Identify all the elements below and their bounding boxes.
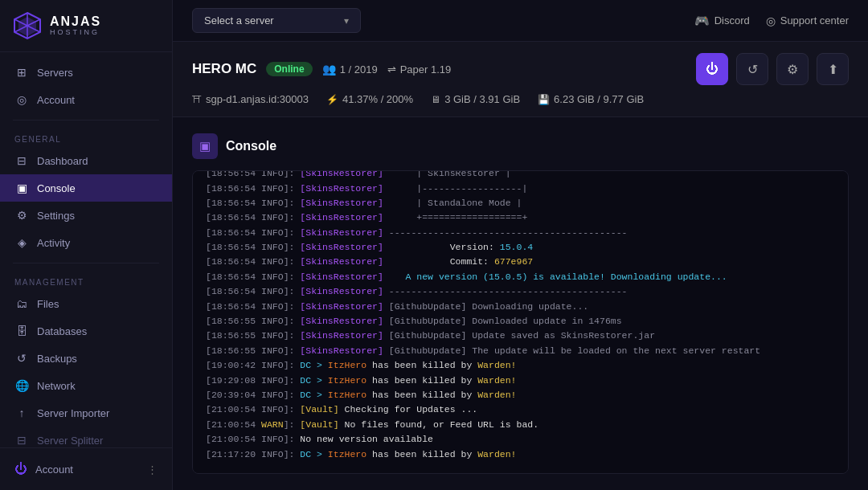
discord-icon: 🎮 bbox=[694, 14, 710, 28]
cpu-value: 41.37% / 200% bbox=[342, 93, 413, 105]
sidebar-backups-label: Backups bbox=[37, 353, 77, 365]
support-label: Support center bbox=[780, 14, 849, 27]
servers-icon: ⊞ bbox=[14, 66, 29, 79]
more-icon: ⋮ bbox=[147, 463, 158, 476]
logo-icon bbox=[13, 11, 42, 40]
console-output[interactable]: [18:20:56 INFO]: DC > ItzHero has been k… bbox=[192, 170, 849, 474]
discord-link[interactable]: 🎮 Discord bbox=[694, 14, 750, 28]
server-stat-cpu: ⚡ 41.37% / 200% bbox=[326, 93, 413, 105]
status-badge: Online bbox=[266, 62, 312, 76]
sidebar-item-dashboard[interactable]: ⊟ Dashboard bbox=[0, 147, 172, 174]
sidebar-importer-label: Server Importer bbox=[37, 407, 109, 419]
ram-value: 3 GiB / 3.91 GiB bbox=[444, 93, 520, 105]
disk-value: 6.23 GiB / 9.77 GiB bbox=[554, 93, 644, 105]
console-icon: ▣ bbox=[14, 182, 29, 194]
sidebar-files-label: Files bbox=[37, 298, 59, 310]
settings-icon: ⚙ bbox=[14, 209, 29, 222]
support-link[interactable]: ◎ Support center bbox=[766, 14, 849, 27]
management-section-label: MANAGEMENT bbox=[0, 270, 172, 290]
disk-icon: 💾 bbox=[538, 94, 550, 105]
chevron-down-icon: ▾ bbox=[344, 15, 349, 27]
version-value: Paper 1.19 bbox=[400, 63, 452, 76]
sidebar-account-top-label: Account bbox=[37, 94, 75, 106]
address-value: sgp-d1.anjas.id:30003 bbox=[206, 93, 309, 105]
address-icon: ⛩ bbox=[192, 94, 202, 105]
sidebar-console-label: Console bbox=[37, 182, 76, 194]
importer-icon: ↑ bbox=[14, 406, 29, 419]
ram-icon: 🖥 bbox=[431, 94, 440, 105]
settings-button[interactable]: ⚙ bbox=[776, 53, 809, 85]
backups-icon: ↺ bbox=[14, 352, 29, 365]
cpu-icon: ⚡ bbox=[326, 94, 338, 105]
sidebar-item-account-top[interactable]: ◎ Account bbox=[0, 86, 172, 113]
general-section-label: GENERAL bbox=[0, 127, 172, 147]
sidebar-network-label: Network bbox=[37, 380, 76, 392]
console-icon-symbol: ▣ bbox=[199, 139, 211, 153]
sidebar-settings-label: Settings bbox=[37, 210, 75, 222]
databases-icon: 🗄 bbox=[14, 325, 29, 337]
server-stat-disk: 💾 6.23 GiB / 9.77 GiB bbox=[538, 93, 644, 105]
files-icon: 🗂 bbox=[14, 297, 29, 310]
support-icon: ◎ bbox=[766, 14, 776, 27]
server-select-dropdown[interactable]: Select a server ▾ bbox=[192, 8, 361, 33]
logo-sub: HOSTING bbox=[50, 29, 101, 37]
sidebar-dashboard-label: Dashboard bbox=[37, 155, 88, 167]
sidebar-servers-label: Servers bbox=[37, 67, 73, 79]
console-section: ▣ Console [18:20:56 INFO]: DC > ItzHero … bbox=[173, 117, 868, 490]
sidebar-nav: ⊞ Servers ◎ Account GENERAL ⊟ Dashboard … bbox=[0, 52, 172, 447]
upload-icon: ⬆ bbox=[828, 62, 838, 77]
server-stat-version: ⇌ Paper 1.19 bbox=[387, 63, 452, 76]
server-stat-address: ⛩ sgp-d1.anjas.id:30003 bbox=[192, 93, 309, 105]
sidebar-activity-label: Activity bbox=[37, 237, 70, 249]
sidebar-splitter-label: Server Splitter bbox=[37, 435, 103, 447]
sidebar: ANJAS HOSTING ⊞ Servers ◎ Account GENERA… bbox=[0, 0, 173, 490]
sidebar-item-console[interactable]: ▣ Console bbox=[0, 174, 172, 202]
console-section-icon: ▣ bbox=[192, 133, 218, 159]
sidebar-item-settings[interactable]: ⚙ Settings bbox=[0, 202, 172, 229]
dashboard-icon: ⊟ bbox=[14, 154, 29, 167]
sidebar-databases-label: Databases bbox=[37, 325, 87, 337]
sidebar-item-databases[interactable]: 🗄 Databases bbox=[0, 317, 172, 345]
server-info-bar: HERO MC Online 👥 1 / 2019 ⇌ Paper 1.19 ⏻… bbox=[173, 42, 868, 117]
sidebar-item-backups[interactable]: ↺ Backups bbox=[0, 345, 172, 372]
sidebar-item-server-splitter[interactable]: ⊟ Server Splitter bbox=[0, 427, 172, 447]
account-top-icon: ◎ bbox=[14, 93, 29, 106]
server-stats-row: ⛩ sgp-d1.anjas.id:30003 ⚡ 41.37% / 200% … bbox=[192, 93, 849, 105]
sidebar-divider-2 bbox=[13, 263, 159, 263]
sidebar-item-files[interactable]: 🗂 Files bbox=[0, 290, 172, 317]
power-btn-icon: ⏻ bbox=[706, 62, 719, 76]
server-stat-ram: 🖥 3 GiB / 3.91 GiB bbox=[431, 93, 520, 105]
logo-name: ANJAS bbox=[50, 14, 101, 29]
logo-area: ANJAS HOSTING bbox=[0, 0, 172, 52]
topbar-right: 🎮 Discord ◎ Support center bbox=[694, 14, 849, 28]
server-stat-players: 👥 1 / 2019 bbox=[322, 63, 378, 76]
sidebar-item-servers[interactable]: ⊞ Servers bbox=[0, 59, 172, 86]
server-info-top: HERO MC Online 👥 1 / 2019 ⇌ Paper 1.19 ⏻… bbox=[192, 53, 849, 85]
power-action-button[interactable]: ⏻ bbox=[696, 53, 728, 85]
players-icon: 👥 bbox=[322, 63, 336, 76]
restart-icon: ↺ bbox=[747, 62, 758, 77]
sidebar-bottom: ⏻ Account ⋮ bbox=[0, 447, 172, 490]
server-title-area: HERO MC Online 👥 1 / 2019 ⇌ Paper 1.19 bbox=[192, 61, 451, 77]
upload-button[interactable]: ⬆ bbox=[817, 53, 849, 85]
main-content: Select a server ▾ 🎮 Discord ◎ Support ce… bbox=[173, 0, 868, 490]
sidebar-bottom-account[interactable]: ⏻ Account ⋮ bbox=[0, 455, 172, 484]
sidebar-item-activity[interactable]: ◈ Activity bbox=[0, 229, 172, 256]
topbar: Select a server ▾ 🎮 Discord ◎ Support ce… bbox=[173, 0, 868, 42]
restart-button[interactable]: ↺ bbox=[736, 53, 768, 85]
section-header: ▣ Console bbox=[192, 133, 849, 159]
server-select-label: Select a server bbox=[204, 14, 274, 27]
sidebar-divider-1 bbox=[13, 120, 159, 120]
sidebar-item-server-importer[interactable]: ↑ Server Importer bbox=[0, 399, 172, 427]
power-icon: ⏻ bbox=[14, 462, 27, 476]
network-icon: 🌐 bbox=[14, 379, 29, 392]
console-section-title: Console bbox=[226, 139, 276, 153]
gear-icon: ⚙ bbox=[787, 62, 798, 77]
sidebar-account-label: Account bbox=[35, 463, 73, 476]
logo-text: ANJAS HOSTING bbox=[50, 14, 101, 36]
sidebar-item-network[interactable]: 🌐 Network bbox=[0, 372, 172, 399]
server-actions: ⏻ ↺ ⚙ ⬆ bbox=[696, 53, 849, 85]
activity-icon: ◈ bbox=[14, 236, 29, 249]
splitter-icon: ⊟ bbox=[14, 434, 29, 447]
players-value: 1 / 2019 bbox=[340, 63, 378, 76]
